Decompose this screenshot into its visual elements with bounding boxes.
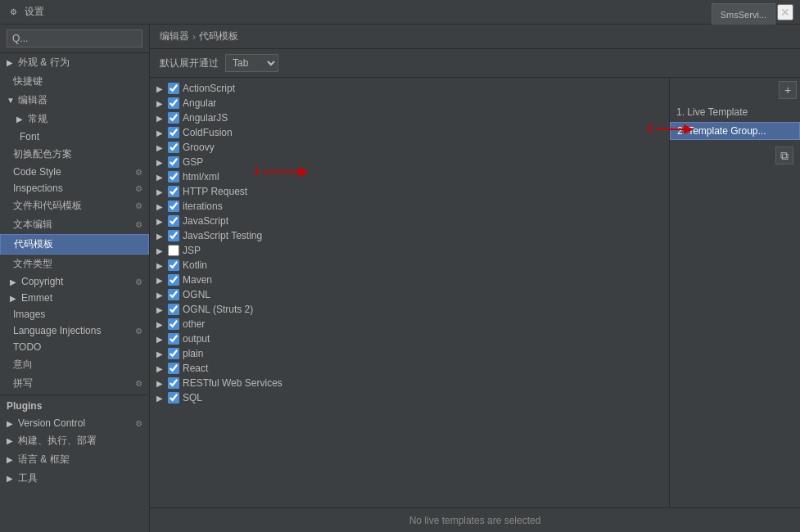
group-name: GSP [183,156,203,168]
sidebar-item-label: 初换配色方案 [13,147,72,161]
template-group-item[interactable]: ▶ JSP [150,243,669,258]
group-checkbox[interactable] [168,171,179,183]
add-button[interactable]: + [779,81,797,99]
sidebar-item-color-scheme[interactable]: 初换配色方案 [0,145,149,164]
sidebar-item-general[interactable]: ▶ 常规 [0,110,149,128]
sidebar-item-lang-framework[interactable]: ▶ 语言 & 框架 [0,450,149,469]
group-checkbox[interactable] [168,83,179,94]
group-checkbox[interactable] [168,392,179,404]
arrow-icon: ▶ [10,294,20,303]
settings-small-icon: ⚙ [135,379,142,388]
arrow-icon: ▶ [7,419,16,428]
group-checkbox[interactable] [168,230,179,241]
breadcrumb-editor: 编辑器 [160,29,189,43]
close-button[interactable]: ✕ [777,4,793,20]
sidebar-item-label: 拼写 [13,376,33,390]
template-group-item[interactable]: ▶ other [150,317,669,331]
sidebar-item-file-templates[interactable]: 文件和代码模板 ⚙ [0,196,149,215]
template-group-item[interactable]: ▶ output [150,331,669,346]
tab-smsservi[interactable]: SmsServi... [712,3,775,25]
group-checkbox[interactable] [168,156,179,168]
arrow-icon: ▶ [7,58,16,67]
group-checkbox[interactable] [168,97,179,109]
group-checkbox[interactable] [168,318,179,330]
template-group-item[interactable]: ▶ ColdFusion [150,125,669,140]
template-group-btn[interactable]: 2. Template Group... [670,122,800,140]
group-name: plain [183,348,203,359]
sidebar-item-editor[interactable]: ▼ 编辑器 [0,91,149,110]
group-name: html/xml [183,171,219,183]
sidebar-item-emmet[interactable]: ▶ Emmet [0,290,149,306]
template-group-item[interactable]: ▶ HTTP Request [150,184,669,199]
template-group-item[interactable]: ▶ RESTful Web Services [150,376,669,390]
template-group-item[interactable]: ▶ html/xml [150,169,669,184]
sidebar-item-font[interactable]: Font [0,128,149,145]
group-checkbox[interactable] [168,377,179,389]
template-group-item[interactable]: ▶ GSP [150,155,669,169]
template-group-item[interactable]: ▶ plain [150,346,669,361]
group-checkbox[interactable] [168,363,179,374]
template-group-item[interactable]: ▶ Kotlin [150,258,669,273]
group-arrow-icon: ▶ [156,379,168,388]
sidebar-item-version-control[interactable]: ▶ Version Control ⚙ [0,415,149,431]
template-group-item[interactable]: ▶ React [150,361,669,376]
template-group-item[interactable]: ▶ JavaScript Testing [150,228,669,243]
sidebar-item-images[interactable]: Images [0,306,149,322]
settings-icon: ⚙ [7,6,20,19]
sidebar-item-language-injections[interactable]: Language Injections ⚙ [0,322,149,339]
template-group-item[interactable]: ▶ Maven [150,273,669,287]
breadcrumb-separator: › [192,31,196,43]
template-group-item[interactable]: ▶ OGNL [150,287,669,302]
sidebar-item-copyright[interactable]: ▶ Copyright ⚙ [0,273,149,290]
group-checkbox[interactable] [168,127,179,138]
sidebar-item-todo[interactable]: TODO [0,339,149,355]
arrow-icon: ▶ [7,474,16,483]
group-checkbox[interactable] [168,274,179,286]
sidebar-item-shortcuts[interactable]: 快捷键 [0,72,149,91]
sidebar-item-text-editor[interactable]: 文本编辑 ⚙ [0,215,149,234]
sidebar-item-intentions[interactable]: 意向 [0,355,149,374]
template-group-item[interactable]: ▶ JavaScript [150,214,669,228]
group-checkbox[interactable] [168,333,179,345]
group-checkbox[interactable] [168,348,179,359]
template-group-item[interactable]: ▶ OGNL (Struts 2) [150,302,669,317]
group-checkbox[interactable] [168,201,179,212]
live-template-btn[interactable]: 1. Live Template [670,104,800,120]
group-checkbox[interactable] [168,304,179,315]
template-group-item[interactable]: ▶ iterations [150,199,669,214]
group-checkbox[interactable] [168,186,179,197]
template-group-item[interactable]: ▶ Groovy [150,140,669,155]
sidebar-item-appearance[interactable]: ▶ 外观 & 行为 [0,53,149,72]
divider [0,394,149,395]
arrow-icon: ▶ [7,455,16,464]
sidebar-item-tools[interactable]: ▶ 工具 [0,469,149,488]
sidebar-item-label: Images [13,309,45,320]
group-checkbox[interactable] [168,259,179,271]
main-layout: ▶ 外观 & 行为 快捷键 ▼ 编辑器 ▶ 常规 Font [0,25,800,532]
template-group-item[interactable]: ▶ Angular [150,96,669,110]
sidebar-item-build-exec-deploy[interactable]: ▶ 构建、执行、部署 [0,431,149,450]
copy-btn-row: ⧉ [670,147,800,168]
template-group-item[interactable]: ▶ SQL [150,390,669,405]
breadcrumb: 编辑器 › 代码模板 [150,25,800,49]
copy-button[interactable]: ⧉ [775,147,793,165]
group-checkbox[interactable] [168,142,179,153]
sidebar-item-file-types[interactable]: 文件类型 [0,255,149,273]
group-name: Groovy [183,142,215,153]
template-group-item[interactable]: ▶ ActionScript [150,81,669,96]
sidebar-item-label: Code Style [13,166,61,178]
sidebar-item-inspections[interactable]: Inspections ⚙ [0,180,149,196]
group-checkbox[interactable] [168,112,179,124]
sidebar-item-spelling[interactable]: 拼写 ⚙ [0,374,149,393]
group-checkbox[interactable] [168,245,179,256]
expand-select[interactable]: Tab Enter Space [225,54,278,72]
search-input[interactable] [7,29,142,47]
sidebar-item-live-templates[interactable]: 代码模板 [0,234,149,255]
group-checkbox[interactable] [168,215,179,227]
group-checkbox[interactable] [168,289,179,300]
tab-strip: SmsServi... [712,0,775,25]
sidebar-item-code-style[interactable]: Code Style ⚙ [0,164,149,180]
template-group-item[interactable]: ▶ AngularJS [150,110,669,125]
arrow-icon: ▶ [10,277,20,286]
group-name: other [183,318,205,330]
